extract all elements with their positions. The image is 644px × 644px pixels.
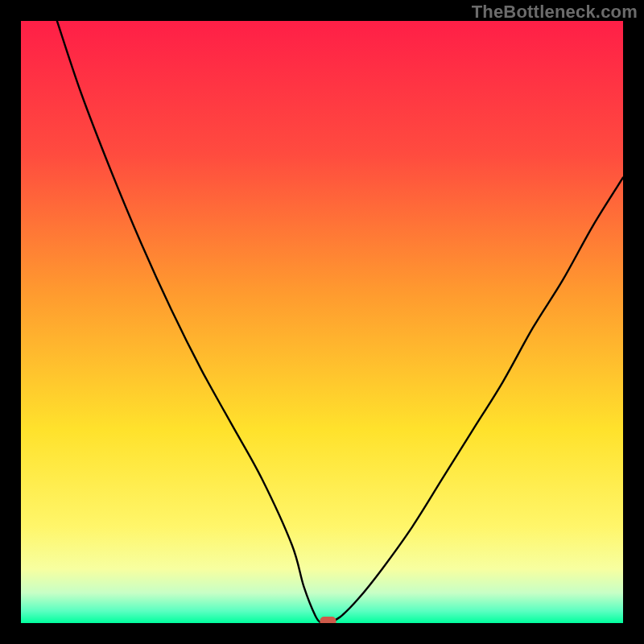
chart-background xyxy=(21,21,623,623)
chart-frame: TheBottleneck.com xyxy=(0,0,644,644)
watermark-text: TheBottleneck.com xyxy=(472,2,638,23)
bottleneck-chart xyxy=(21,21,623,623)
optimal-point-marker xyxy=(320,617,336,623)
